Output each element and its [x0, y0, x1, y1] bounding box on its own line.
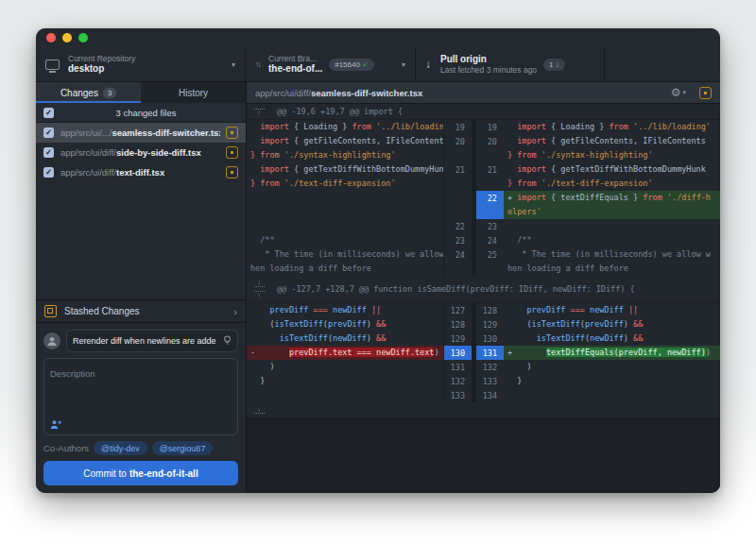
select-all-checkbox[interactable]: ✓: [43, 108, 54, 118]
expand-up-icon[interactable]: ↑: [254, 290, 265, 298]
old-line-number[interactable]: 127: [443, 303, 472, 317]
diff-pane: app/src/ui/diff/seamless-diff-switcher.t…: [247, 82, 720, 493]
old-line-number[interactable]: [443, 191, 472, 219]
pull-origin-button[interactable]: ↓ Pull origin Last fetched 3 minutes ago…: [416, 47, 605, 81]
pull-arrow-icon: ↓: [425, 58, 431, 71]
diff-rows: ↑@@ -19,6 +19,7 @@ import { import { Loa…: [247, 104, 720, 419]
current-repository-button[interactable]: Current Repository desktop ▾: [36, 47, 246, 81]
tab-changes[interactable]: Changes 3: [36, 82, 141, 103]
expand-icons[interactable]: ↑: [247, 108, 271, 116]
close-window-button[interactable]: [46, 33, 56, 42]
stashed-changes-row[interactable]: Stashed Changes ›: [36, 299, 246, 323]
expand-down-icon[interactable]: ↓: [254, 406, 265, 415]
diff-row[interactable]: (isTextDiff(prevDiff) &&128129 (isTextDi…: [247, 317, 720, 332]
coauthor-chip[interactable]: @sergiou87: [152, 441, 214, 455]
changed-files-header: ✓ 3 changed files: [36, 103, 246, 123]
diff-row[interactable]: }132133 }: [247, 374, 720, 388]
current-branch-button[interactable]: ↑↓ Current Bra... the-end-of... #15640 ✓…: [246, 47, 416, 81]
new-line-number[interactable]: 23: [475, 219, 504, 233]
old-line-number[interactable]: 128: [443, 317, 472, 332]
diff-row[interactable]: 133134: [247, 388, 720, 402]
file-row[interactable]: ✓app/src/ui/diff/side-by-side-diff.tsx: [36, 143, 246, 162]
diff-row[interactable]: import { getFileContents, IFileContents}…: [247, 134, 720, 162]
tab-history[interactable]: History: [141, 82, 246, 103]
file-row[interactable]: ✓app/src/ui/diff/text-diff.tsx: [36, 162, 246, 182]
new-line-number[interactable]: 22: [475, 191, 504, 219]
coauthor-chip[interactable]: @tidy-dev: [94, 441, 147, 455]
modified-dot: [231, 171, 233, 174]
tab-changes-label: Changes: [60, 88, 98, 98]
new-line-number[interactable]: 134: [475, 388, 504, 402]
diff-row[interactable]: 22+ import { textDiffEquals } from './di…: [247, 191, 720, 219]
code-cell-left: prevDiff === newDiff ||: [247, 303, 443, 317]
new-line-number[interactable]: 132: [475, 360, 504, 374]
code-line: hen loading a diff before: [250, 262, 443, 276]
code-cell-left: import { getTextDiffWithBottomDummyHunk}…: [247, 162, 443, 191]
new-line-number[interactable]: 131: [475, 346, 504, 360]
expand-down-icon[interactable]: ↓: [254, 280, 265, 288]
old-line-number[interactable]: 21: [443, 162, 472, 191]
modified-dot: [704, 92, 707, 94]
file-checkbox[interactable]: ✓: [43, 147, 54, 158]
diff-row[interactable]: )131132 ): [247, 360, 720, 374]
add-coauthor-icon[interactable]: [50, 419, 61, 430]
hunk-header-text: @@ -127,7 +128,7 @@ function isSameDiff(…: [277, 284, 635, 294]
commit-description-input[interactable]: Description: [43, 358, 238, 435]
old-line-number[interactable]: 130: [443, 346, 472, 360]
code-line: prevDiff === newDiff ||: [507, 303, 720, 317]
stash-icon: [44, 305, 57, 317]
new-line-number[interactable]: 21: [475, 162, 504, 191]
old-line-number[interactable]: 20: [443, 134, 472, 162]
diff-row[interactable]: /**2324 /**: [247, 233, 720, 247]
changed-files-list: ✓app/src/ui/.../seamless-diff-switcher.t…: [36, 123, 246, 182]
diff-row[interactable]: * The time (in milliseconds) we allow wh…: [247, 247, 720, 276]
code-line: import { Loading } from '../lib/loading': [250, 120, 443, 134]
code-line: import { Loading } from '../lib/loading': [507, 120, 720, 134]
new-line-number[interactable]: 133: [475, 374, 504, 388]
file-checkbox[interactable]: ✓: [43, 128, 54, 138]
old-line-number[interactable]: 131: [443, 360, 472, 374]
code-cell-left: - prevDiff.text === newDiff.text): [247, 346, 443, 360]
minimize-window-button[interactable]: [62, 33, 72, 42]
zoom-window-button[interactable]: [78, 33, 88, 42]
commit-button[interactable]: Commit to the-end-of-it-all: [43, 461, 238, 485]
file-name: seamless-diff-switcher.tsx: [112, 128, 220, 138]
new-line-number[interactable]: 20: [475, 134, 504, 162]
old-line-number[interactable]: 23: [443, 233, 472, 247]
new-line-number[interactable]: 130: [475, 332, 504, 346]
new-line-number[interactable]: 128: [475, 303, 504, 317]
hunk-header-text: @@ -19,6 +19,7 @@ import {: [277, 107, 403, 116]
diff-row[interactable]: import { getTextDiffWithBottomDummyHunk}…: [247, 162, 720, 191]
old-line-number[interactable]: 129: [443, 332, 472, 346]
old-line-number[interactable]: 133: [443, 388, 472, 402]
chevron-down-icon[interactable]: ▾: [682, 89, 686, 96]
file-checkbox[interactable]: ✓: [43, 167, 54, 178]
file-row[interactable]: ✓app/src/ui/.../seamless-diff-switcher.t…: [36, 123, 246, 143]
diff-row[interactable]: isTextDiff(newDiff) &&129130 isTextDiff(…: [247, 332, 720, 346]
diff-row[interactable]: prevDiff === newDiff ||127128 prevDiff =…: [247, 303, 720, 317]
gear-icon[interactable]: ⚙: [671, 87, 681, 98]
new-line-number[interactable]: 129: [475, 317, 504, 332]
code-line: }: [507, 374, 720, 388]
expand-icons[interactable]: ↓: [247, 406, 271, 415]
expand-up-icon[interactable]: ↑: [254, 108, 265, 116]
old-line-number[interactable]: 24: [443, 247, 472, 276]
expand-icons[interactable]: ↓↑: [247, 280, 271, 298]
diff-empty-area: [247, 419, 720, 493]
old-line-number[interactable]: 22: [443, 219, 472, 233]
old-line-number[interactable]: 132: [443, 374, 472, 388]
new-line-number[interactable]: 19: [475, 120, 504, 134]
code-cell-right: + import { textDiffEquals } from './diff…: [504, 191, 720, 219]
toolbar: Current Repository desktop ▾ ↑↓ Current …: [36, 47, 720, 82]
commit-summary-input[interactable]: Rerender diff when newlines are adde: [66, 330, 238, 352]
code-line: } from './text-diff-expansion': [250, 177, 443, 191]
diff-row[interactable]: 2223: [247, 219, 720, 233]
old-line-number[interactable]: 19: [443, 120, 472, 134]
new-line-number[interactable]: 25: [475, 247, 504, 276]
new-line-number[interactable]: 24: [475, 233, 504, 247]
code-line: * The time (in milliseconds) we allow w: [507, 247, 720, 262]
file-dir: app/src/ui/.../: [60, 128, 112, 138]
diff-row[interactable]: import { Loading } from '../lib/loading'…: [247, 120, 720, 134]
lightbulb-icon[interactable]: [223, 332, 232, 349]
diff-row[interactable]: - prevDiff.text === newDiff.text)130131+…: [247, 346, 720, 360]
